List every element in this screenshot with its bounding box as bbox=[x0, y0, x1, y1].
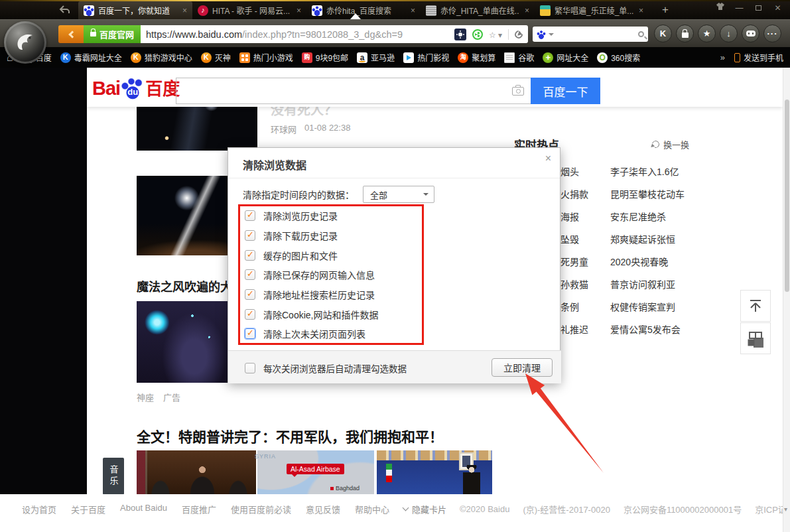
hot-topics-refresh[interactable]: 换一换 bbox=[652, 138, 689, 151]
hot-topic-link[interactable]: 普京访问叙利亚 bbox=[610, 277, 730, 300]
page-scrollbar[interactable]: ▾ bbox=[783, 68, 790, 532]
camera-icon[interactable] bbox=[512, 87, 524, 96]
boost-fan-icon[interactable] bbox=[472, 29, 483, 40]
checkbox-unchecked[interactable] bbox=[245, 363, 255, 373]
tab-close-icon[interactable]: × bbox=[181, 6, 187, 15]
phone-icon bbox=[734, 53, 740, 62]
new-tab-button[interactable]: + bbox=[655, 1, 675, 19]
bookmark-item[interactable]: 亚马逊 bbox=[357, 52, 395, 63]
duba-k-button[interactable] bbox=[654, 25, 672, 42]
tab-close-icon[interactable]: × bbox=[523, 6, 529, 15]
bookmark-item[interactable]: 9块9包邮 bbox=[302, 52, 348, 63]
baidu-search-field[interactable] bbox=[176, 78, 531, 104]
qr-code-button[interactable] bbox=[740, 322, 771, 354]
hot-topic-link[interactable]: 安东尼准绝杀 bbox=[610, 210, 730, 232]
site-badge-label: 百度官网 bbox=[99, 28, 134, 40]
send-to-phone[interactable]: 发送到手机 bbox=[734, 52, 783, 63]
back-button[interactable] bbox=[58, 25, 84, 43]
bookmark-item[interactable]: 灭神 bbox=[201, 52, 231, 63]
footer-link[interactable]: 使用百度前必读 bbox=[231, 503, 291, 515]
tab-close-icon[interactable]: × bbox=[637, 6, 643, 15]
history-back-icon[interactable] bbox=[58, 5, 72, 18]
browser-tab[interactable]: 赤伶hita_百度搜索 × bbox=[306, 1, 421, 19]
bookmarks-button[interactable] bbox=[698, 25, 716, 42]
search-engine-dropdown-icon[interactable] bbox=[549, 33, 554, 36]
privacy-lock-button[interactable] bbox=[676, 25, 694, 42]
footer-link[interactable]: About Baidu bbox=[120, 503, 167, 515]
bookmark-item[interactable]: 热门影视 bbox=[403, 52, 449, 63]
trump-headline[interactable]: 全文！特朗普讲完了：不用军队，我们拥抱和平！ bbox=[137, 426, 443, 446]
minimize-button[interactable]: — bbox=[731, 2, 748, 15]
favorite-star-icon[interactable] bbox=[489, 29, 502, 40]
footer-link[interactable]: 百度推广 bbox=[182, 503, 216, 515]
site-safety-badge[interactable]: 百度官网 bbox=[84, 25, 141, 43]
bookmark-item[interactable]: 猎豹游戏中心 bbox=[131, 52, 192, 63]
bookmark-item[interactable]: 网址大全 bbox=[543, 52, 588, 63]
paw-icon bbox=[84, 5, 94, 16]
auto-clear-row[interactable]: 每次关闭浏览器后自动清理勾选数据 bbox=[245, 362, 407, 375]
hot-topic-link[interactable]: 昆明至攀枝花动车 bbox=[610, 187, 730, 210]
refresh-icon[interactable] bbox=[513, 29, 525, 40]
hot-topic-link[interactable]: 李子柒年入1.6亿 bbox=[610, 165, 730, 187]
plus-icon bbox=[543, 52, 553, 63]
browser-tab[interactable]: HITA - 歌手 - 网易云... × bbox=[192, 1, 306, 19]
page-footer: 设为首页关于百度About Baidu百度推广使用百度前必读意见反馈帮助中心 隐… bbox=[0, 494, 783, 521]
tab-bar: 百度一下，你就知道 × HITA - 歌手 - 网易云... × 赤伶hita_… bbox=[0, 0, 790, 19]
scrollbar-down-arrow[interactable]: ▾ bbox=[784, 505, 787, 513]
hot-topic-link[interactable]: 2020央视春晚 bbox=[610, 255, 730, 277]
url-text[interactable]: https://www.baidu.com/index.php?tn=98012… bbox=[141, 29, 403, 40]
skin-icon[interactable] bbox=[712, 2, 728, 15]
bookmark-item[interactable]: 谷歌 bbox=[504, 52, 534, 63]
browser-tab[interactable]: 百度一下，你就知道 × bbox=[78, 1, 192, 19]
ad-game-image[interactable] bbox=[137, 301, 230, 383]
icp-license[interactable]: 京ICP证 bbox=[755, 503, 787, 515]
bookmark-item[interactable]: 聚划算 bbox=[458, 52, 495, 63]
news-source: 环球网 bbox=[271, 123, 296, 135]
bookmark-label: 亚马逊 bbox=[371, 52, 395, 63]
tab-close-icon[interactable]: × bbox=[409, 6, 415, 15]
music-side-tab[interactable]: 音乐 bbox=[103, 458, 124, 495]
night-mode-icon[interactable] bbox=[454, 29, 466, 40]
tab-close-icon[interactable]: × bbox=[295, 6, 301, 15]
downloads-button[interactable] bbox=[720, 25, 738, 42]
browser-tab[interactable]: 繁华唱遍_乐正绫_单... × bbox=[535, 1, 649, 19]
address-toolbar: 百度官网 https://www.baidu.com/index.php?tn=… bbox=[0, 19, 790, 47]
maximize-button[interactable] bbox=[750, 2, 767, 15]
baidu-search-button[interactable]: 百度一下 bbox=[531, 78, 600, 104]
tab-title: 百度一下，你就知道 bbox=[98, 5, 177, 16]
hide-card-toggle[interactable]: 隐藏卡片 bbox=[403, 503, 446, 515]
back-to-top-button[interactable] bbox=[740, 290, 771, 322]
baidu-search-input[interactable] bbox=[183, 85, 512, 98]
grid-icon bbox=[239, 52, 250, 63]
toolbar-search-box[interactable] bbox=[533, 27, 648, 42]
bookmark-item[interactable]: 毒霸网址大全 bbox=[60, 52, 122, 63]
games-button[interactable] bbox=[742, 25, 759, 42]
search-icon[interactable] bbox=[638, 31, 644, 37]
bookmarks-overflow-chevron[interactable]: » bbox=[720, 52, 725, 62]
close-button[interactable]: ✕ bbox=[769, 2, 786, 15]
police-registration[interactable]: 京公网安备11000002000001号 bbox=[624, 503, 742, 515]
toolbar-search-input[interactable] bbox=[557, 29, 635, 40]
netease-icon bbox=[198, 5, 208, 16]
news-image-night-strike[interactable] bbox=[137, 103, 257, 151]
bookmark-item[interactable]: 360搜索 bbox=[597, 52, 640, 63]
footer-link[interactable]: 设为首页 bbox=[22, 503, 56, 515]
address-bar[interactable]: 百度官网 https://www.baidu.com/index.php?tn=… bbox=[84, 25, 528, 43]
browser-tab[interactable]: 赤伶_HITA_单曲在线... × bbox=[421, 1, 535, 19]
news-source-row: 环球网 01-08 22:38 bbox=[271, 123, 350, 135]
url-inline-icons bbox=[454, 29, 528, 40]
footer-link[interactable]: 意见反馈 bbox=[306, 503, 340, 515]
korange-icon bbox=[131, 52, 141, 63]
bookmark-label: 毒霸网址大全 bbox=[74, 52, 122, 63]
baidu-logo[interactable]: Bai du 百度 bbox=[92, 75, 180, 100]
bookmark-item[interactable]: 热门小游戏 bbox=[239, 52, 293, 63]
hot-topic-link[interactable]: 爱情公寓5发布会 bbox=[610, 322, 730, 345]
amazon-icon bbox=[357, 52, 367, 63]
menu-more-button[interactable] bbox=[763, 25, 781, 42]
hot-topic-link[interactable]: 权健传销案宣判 bbox=[610, 300, 730, 322]
footer-link[interactable]: 关于百度 bbox=[71, 503, 105, 515]
hot-topic-link[interactable]: 郑爽疑起诉张恒 bbox=[610, 232, 730, 255]
footer-link[interactable]: 帮助中心 bbox=[355, 503, 389, 515]
scrollbar-thumb[interactable] bbox=[785, 100, 789, 292]
cheetah-browser-logo[interactable] bbox=[4, 21, 46, 64]
